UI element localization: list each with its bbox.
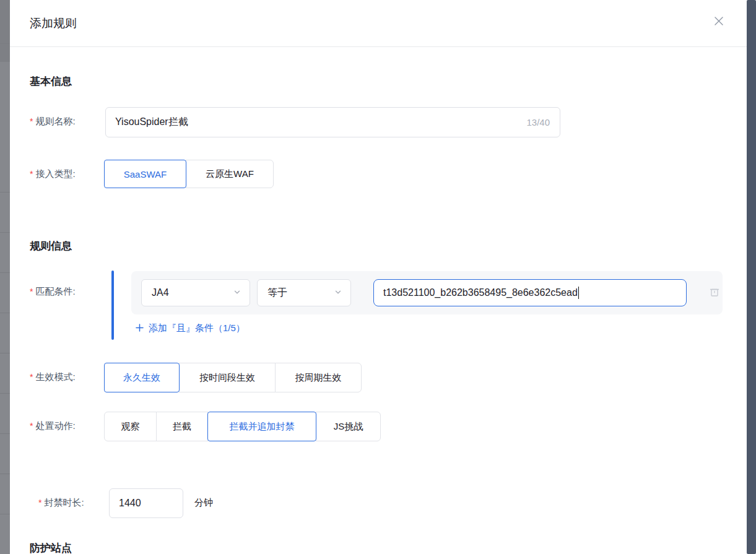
close-button[interactable] (711, 15, 726, 30)
match-condition-label: *匹配条件: (30, 286, 76, 298)
required-mark: * (30, 421, 33, 431)
add-and-condition-link[interactable]: 添加『且』条件（1/5） (136, 322, 245, 334)
char-counter: 13/40 (526, 117, 560, 128)
action-option-block[interactable]: 拦截 (156, 412, 208, 441)
overlay-row-line (0, 272, 10, 273)
page-overlay-edge (0, 0, 10, 554)
dialog-title: 添加规则 (30, 15, 77, 32)
mode-option-timerange[interactable]: 按时间段生效 (179, 363, 276, 392)
access-type-option-saaswaf[interactable]: SaaSWAF (104, 160, 186, 188)
access-type-option-cloudnative[interactable]: 云原生WAF (186, 160, 274, 188)
chevron-down-icon (233, 287, 241, 298)
text-cursor (578, 287, 580, 299)
section-protected-site: 防护站点 (30, 541, 72, 554)
overlay-row-line (0, 514, 10, 514)
ban-duration-unit: 分钟 (194, 497, 213, 509)
access-type-label: *接入类型: (30, 168, 76, 180)
plus-icon (136, 323, 144, 334)
required-mark: * (30, 116, 33, 126)
action-option-block-and-ban[interactable]: 拦截并追加封禁 (207, 412, 316, 441)
condition-field-select[interactable]: JA4 (141, 279, 250, 306)
ban-duration-value: 1440 (110, 498, 183, 509)
add-and-condition-text: 添加『且』条件（1/5） (149, 322, 245, 334)
action-group: 观察 拦截 拦截并追加封禁 JS挑战 (104, 412, 381, 441)
overlay-block (0, 0, 10, 62)
overlay-row-line (0, 353, 10, 353)
action-label: *处置动作: (30, 420, 76, 432)
action-option-observe[interactable]: 观察 (104, 412, 157, 441)
condition-value-input[interactable]: t13d521100_b262b3658495_8e6e362c5ead (373, 279, 687, 306)
rule-name-value: YisouSpider拦截 (106, 116, 526, 129)
section-basic-info: 基本信息 (30, 74, 72, 89)
header-divider (10, 46, 747, 47)
access-type-group: SaaSWAF 云原生WAF (104, 160, 274, 188)
mode-option-periodic[interactable]: 按周期生效 (275, 363, 362, 392)
add-rule-dialog: 添加规则 基本信息 *规则名称: YisouSpider拦截 13/40 *接入… (10, 0, 747, 554)
condition-accent-bar (111, 271, 114, 340)
condition-operator-select[interactable]: 等于 (257, 279, 351, 306)
overlay-row-line (0, 313, 10, 313)
rule-name-label: *规则名称: (30, 116, 76, 128)
effective-mode-label: *生效模式: (30, 371, 76, 383)
trash-icon (709, 289, 720, 300)
ban-duration-input[interactable]: 1440 (109, 488, 183, 518)
close-icon (713, 15, 725, 30)
effective-mode-group: 永久生效 按时间段生效 按周期生效 (104, 363, 362, 392)
delete-condition-button[interactable] (709, 287, 720, 298)
ban-duration-label: *封禁时长: (38, 497, 84, 509)
overlay-row-line (0, 232, 10, 233)
scrollbar[interactable] (747, 0, 756, 554)
mode-option-permanent[interactable]: 永久生效 (104, 363, 180, 392)
required-mark: * (30, 372, 33, 382)
overlay-row-line (0, 474, 10, 474)
overlay-row-line (0, 393, 10, 394)
overlay-row-line (0, 433, 10, 434)
overlay-row-line (0, 192, 10, 193)
section-rule-info: 规则信息 (30, 239, 72, 253)
condition-operator-value: 等于 (267, 287, 287, 300)
chevron-down-icon (334, 287, 342, 298)
required-mark: * (30, 169, 33, 179)
condition-value-text: t13d521100_b262b3658495_8e6e362c5ead (374, 287, 578, 298)
rule-name-input[interactable]: YisouSpider拦截 13/40 (105, 107, 560, 137)
condition-panel: JA4 等于 t13d521100_b262b3658495_8e6e362c5… (131, 271, 723, 314)
action-option-js-challenge[interactable]: JS挑战 (316, 412, 381, 441)
required-mark: * (30, 287, 33, 296)
overlay-row-line (0, 43, 10, 44)
required-mark: * (38, 498, 41, 508)
condition-field-value: JA4 (152, 287, 169, 298)
